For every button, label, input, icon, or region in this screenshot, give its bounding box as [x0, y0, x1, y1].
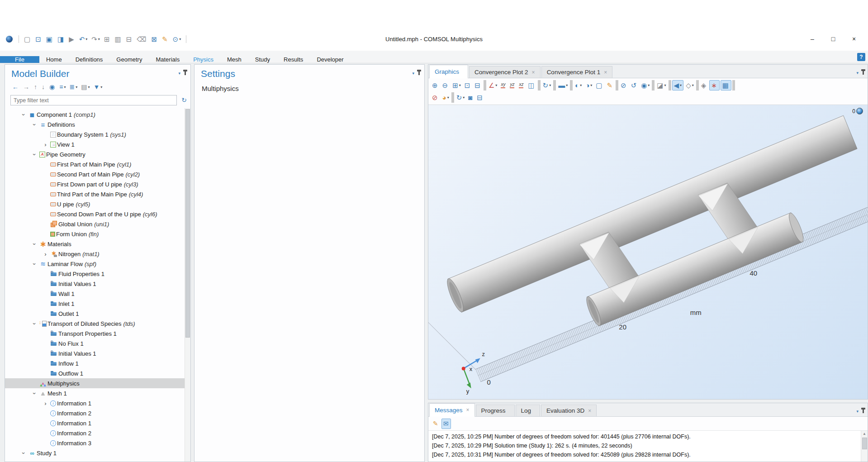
zoom-extents-button[interactable]: ⊡: [463, 80, 473, 90]
ribbon-tab[interactable]: File: [0, 56, 39, 63]
tree-scrollbar-thumb[interactable]: [185, 109, 190, 338]
messages-tab[interactable]: Log: [516, 405, 541, 416]
model-tree-node-text-button[interactable]: ▤ ▾: [79, 81, 91, 92]
messages-tab[interactable]: Evaluation 3D ×: [541, 405, 597, 416]
tree-expand-chevron-icon[interactable]: [32, 261, 38, 267]
tree-item[interactable]: Global Union (uni1): [5, 219, 190, 229]
panel-pin-icon[interactable]: [863, 410, 864, 413]
delete-button[interactable]: ⌫: [135, 33, 148, 44]
messages-log[interactable]: [Dec 7, 2025, 10:25 PM] Number of degree…: [428, 431, 868, 462]
tree-item[interactable]: Information 3: [5, 438, 190, 448]
ribbon-tab[interactable]: Definitions: [69, 56, 110, 63]
tree-item[interactable]: Third Part of the Main Pipe (cyl4): [5, 189, 190, 199]
paste-button[interactable]: ▥: [113, 33, 123, 44]
ribbon-tab[interactable]: Physics: [186, 56, 220, 63]
run-button[interactable]: ▶: [67, 33, 76, 44]
tree-expand-chevron-icon[interactable]: [21, 111, 27, 118]
graphics-canvas[interactable]: 0 20 40 mm x z y 0: [428, 105, 868, 399]
application-menu-icon[interactable]: ●: [5, 33, 15, 44]
tree-item[interactable]: Definitions: [5, 119, 190, 129]
tree-item[interactable]: Laminar Flow (spf): [5, 259, 190, 269]
environment-button[interactable]: ◑ ▾: [584, 80, 593, 90]
tree-item[interactable]: Second Part of Main Pipe (cyl2): [5, 169, 190, 179]
hide-objects-button[interactable]: ⊘: [619, 80, 629, 90]
messages-tab[interactable]: Messages ×: [429, 403, 475, 417]
tree-item[interactable]: Pipe Geometry: [5, 149, 190, 159]
tree-item[interactable]: Transport Properties 1: [5, 329, 190, 338]
refresh-filter-icon[interactable]: ↻: [181, 96, 187, 104]
brush-select-button[interactable]: ✎: [161, 33, 170, 44]
tree-item[interactable]: Component 1 (comp1): [5, 110, 190, 119]
tree-item[interactable]: Wall 1: [5, 289, 190, 299]
save-as-button[interactable]: ◨: [56, 33, 66, 44]
tree-item[interactable]: Outflow 1: [5, 368, 190, 378]
messages-scrollbar-thumb[interactable]: [862, 438, 867, 449]
tree-expand-chevron-icon[interactable]: [42, 400, 49, 406]
redo-button[interactable]: ↷ ▾: [90, 33, 101, 44]
copy-button[interactable]: ⊞: [103, 33, 112, 44]
clip-plane-button[interactable]: ◪ ▾: [655, 80, 667, 90]
tree-item[interactable]: Second Down Part of the U pipe (cyl6): [5, 209, 190, 219]
update-plot-button[interactable]: ↻ ▾: [455, 92, 466, 103]
minimize-button[interactable]: –: [802, 32, 823, 46]
tree-item[interactable]: Inlet 1: [5, 299, 190, 309]
tree-item[interactable]: Information 1: [5, 418, 190, 428]
panel-pin-icon[interactable]: [863, 71, 864, 75]
messages-scrollbar[interactable]: ▲: [861, 431, 868, 462]
tree-expand-chevron-icon[interactable]: [32, 320, 38, 327]
tree-expand-chevron-icon[interactable]: [32, 390, 38, 397]
duplicate-button[interactable]: ⊟: [125, 33, 134, 44]
tree-expand-chevron-icon[interactable]: [32, 121, 38, 128]
select-region-button[interactable]: ⊠: [150, 33, 159, 44]
tree-item[interactable]: Initial Values 1: [5, 348, 190, 358]
tree-expand-chevron-icon[interactable]: [42, 251, 49, 257]
tree-item[interactable]: Mesh 1: [5, 388, 190, 398]
rotate-button[interactable]: ↻ ▾: [541, 80, 553, 90]
clear-messages-button[interactable]: ✎: [432, 419, 441, 429]
back-button[interactable]: ←: [10, 81, 21, 92]
graphics-tab[interactable]: Graphics: [429, 65, 468, 78]
tree-expand-chevron-icon[interactable]: [32, 241, 38, 248]
tree-item[interactable]: Materials: [5, 239, 190, 249]
tree-filter-input[interactable]: [10, 95, 177, 105]
zoom-to-selection-button[interactable]: ⊟: [473, 80, 483, 90]
tree-item[interactable]: Initial Values 1: [5, 279, 190, 289]
forward-button[interactable]: →: [21, 81, 32, 92]
deselect-box-button[interactable]: ✎: [606, 80, 615, 90]
tree-expand-chevron-icon[interactable]: [32, 151, 38, 158]
email-report-button[interactable]: ✉: [441, 419, 451, 429]
panel-pin-icon[interactable]: [418, 71, 420, 75]
show-options-button[interactable]: ◉: [47, 81, 57, 92]
orthographic-projection-button[interactable]: ◫: [526, 80, 536, 90]
show-axis-orientation-button[interactable]: ∗: [709, 80, 720, 90]
reset-hiding-button[interactable]: ↺: [630, 80, 639, 90]
panel-menu-caret-icon[interactable]: ▾: [412, 71, 414, 76]
tab-close-icon[interactable]: ×: [532, 69, 535, 76]
restore-button[interactable]: □: [823, 32, 844, 46]
tree-item[interactable]: Information 1: [5, 398, 190, 408]
tree-item[interactable]: Inflow 1: [5, 358, 190, 368]
graphics-tab[interactable]: Convergence Plot 1 ×: [541, 66, 613, 78]
expand-all-button[interactable]: ≣ ▾: [67, 81, 79, 92]
color-button[interactable]: ▬ ▾: [557, 80, 569, 90]
select-box-button[interactable]: ▢: [594, 80, 604, 90]
default-3d-view-button[interactable]: ◀ ▾: [672, 80, 684, 90]
zoom-box-button[interactable]: ⊞ ▾: [451, 80, 462, 90]
zoom-out-button[interactable]: ⊖: [441, 80, 451, 90]
tab-close-icon[interactable]: ×: [604, 69, 607, 76]
tab-close-icon[interactable]: ×: [466, 407, 470, 413]
tree-item[interactable]: Information 2: [5, 408, 190, 418]
ribbon-tab[interactable]: Home: [39, 56, 69, 63]
panel-menu-caret-icon[interactable]: ▾: [178, 71, 180, 76]
tree-item[interactable]: Multiphysics: [5, 378, 190, 388]
graphics-tab[interactable]: Convergence Plot 2 ×: [469, 66, 541, 78]
help-button[interactable]: ?: [857, 53, 865, 61]
ribbon-tab[interactable]: Developer: [310, 56, 350, 63]
tab-close-icon[interactable]: ×: [588, 408, 591, 414]
image-snapshot-button[interactable]: ◙: [467, 92, 474, 103]
tree-expand-chevron-icon[interactable]: [42, 142, 49, 148]
ribbon-tab[interactable]: Mesh: [220, 56, 248, 63]
zoom-in-button[interactable]: ⊕: [431, 80, 440, 90]
tree-item[interactable]: View 1: [5, 139, 190, 149]
wireframe-rendering-button[interactable]: ◈: [700, 80, 709, 90]
